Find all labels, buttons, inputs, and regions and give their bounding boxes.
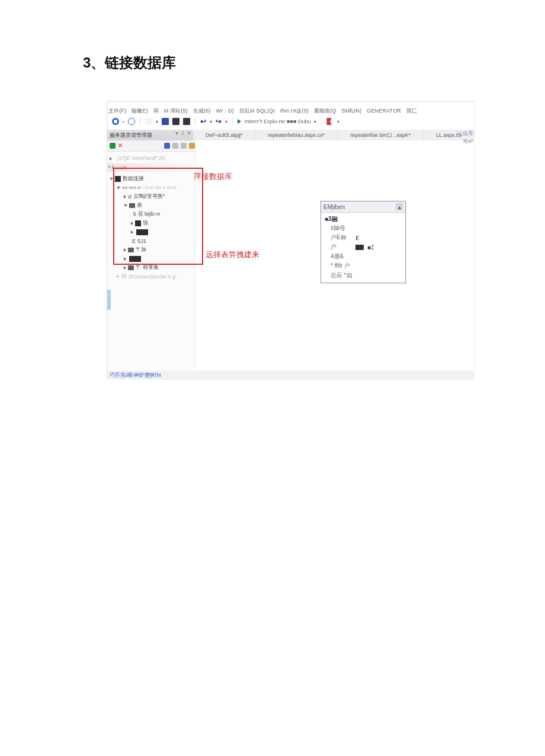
flag-icon[interactable] <box>326 118 334 125</box>
connect-icon[interactable] <box>164 143 170 149</box>
panel-title: EMjiben <box>323 204 345 210</box>
tool-icon-3[interactable] <box>189 143 195 149</box>
tree-diagram-node[interactable]: a 古陶|/苦寻医* <box>110 192 194 201</box>
folder-icon <box>129 203 135 208</box>
tool-icon-1[interactable] <box>172 143 178 149</box>
panel-row[interactable]: s轴母 <box>325 223 402 233</box>
tree-connstring-node[interactable]: ▸ 构 SConnectionStri n g <box>110 272 194 281</box>
menu-file[interactable]: 文件(F) <box>108 108 127 114</box>
doc-tab-1[interactable]: DeF-sultS.atpjj* <box>193 130 255 140</box>
chevron-up-icon[interactable]: ▴ <box>396 203 403 210</box>
ide-screenshot: 文件(F) 输嗽E) 画 M 溥站(5) 生戒(6) WI：D) 目乱M SQL… <box>107 101 475 380</box>
tree-procs-node[interactable]: 〒 程享集 <box>110 263 194 272</box>
run-icon[interactable] <box>238 119 241 124</box>
tree-data-connections[interactable]: 数据连接 <box>110 174 194 183</box>
expand-icon[interactable] <box>124 248 126 252</box>
right-dock-label-2[interactable]: 坯xf* <box>463 138 473 145</box>
menu-wi[interactable]: WI：D) <box>216 108 234 114</box>
menu-sql[interactable]: 目乱M SQL(QI <box>239 108 275 114</box>
panel-dropdown-icon[interactable]: ▾ <box>175 130 178 136</box>
tree-label: 强 <box>143 219 148 227</box>
tool-icon-2[interactable] <box>181 143 187 149</box>
collapse-icon[interactable] <box>110 178 113 180</box>
open-icon[interactable] <box>183 118 190 125</box>
folder-icon <box>128 265 134 270</box>
panel-category: ■3融 <box>325 215 402 223</box>
panel-row[interactable]: 总应 *如 <box>325 271 402 280</box>
tree-connection-item[interactable]: ■■a■■-■^-!2're-rtic n &1nr <box>110 183 194 192</box>
menu-build[interactable]: 生戒(6) <box>193 108 211 114</box>
folder-icon <box>128 248 134 252</box>
expand-icon[interactable] <box>124 195 126 198</box>
panel-row[interactable]: 4册& <box>325 252 402 261</box>
tree-label: （5TjE-harePaintl^JS- <box>114 155 166 162</box>
menu-window[interactable]: 窗能由(Q <box>314 108 336 114</box>
explorer-toolbar: ✕ <box>107 140 195 152</box>
panel-row[interactable]: * ffifr 户 <box>325 261 402 271</box>
run-target-label[interactable]: Intern^t Explo-rer ■■■ Dubu <box>245 118 311 124</box>
table-schema-panel[interactable]: EMjiben ▴ ■3融 s轴母 户E称 E 户 ■1 4册& <box>320 201 406 283</box>
panel-row[interactable]: 户E称 E <box>325 233 402 242</box>
tree-views-node[interactable]: 〒加 <box>110 245 194 254</box>
collapse-icon[interactable] <box>117 187 120 189</box>
annotation-text-1: 萍接数据库 <box>194 171 232 182</box>
nav-back-icon[interactable] <box>112 118 119 125</box>
menu-bar: 文件(F) 输嗽E) 画 M 溥站(5) 生戒(6) WI：D) 目乱M SQL… <box>108 107 473 116</box>
main-toolbar: ▪ ▾ ↩ ▾ ↩ ▾ Intern^t Explo-rer ■■■ Dubu … <box>110 116 473 127</box>
field-label: 户 <box>331 243 352 251</box>
menu-site[interactable]: M 溥站(5) <box>164 108 188 114</box>
refresh-icon[interactable] <box>110 143 116 149</box>
server-explorer-panel: ✕ （5TjE-harePaintl^JS- * b srtR <box>107 140 195 369</box>
doc-tab-3[interactable]: repeaterlise bin口 ..aspK* <box>338 130 424 140</box>
right-dock-label-1[interactable]: LL虫耳 <box>457 130 473 137</box>
doc-tab-2[interactable]: repeaterliebiao.aspx.cs* <box>255 130 338 140</box>
panel-pin-icon[interactable]: ⇩ <box>180 130 185 136</box>
field-label: 总应 *如 <box>331 271 352 280</box>
expand-icon[interactable] <box>131 222 133 225</box>
menu-gen[interactable]: GENERATOR <box>367 108 401 114</box>
status-text: 巧芥芫i艰!神炉楚(时hi <box>110 371 161 379</box>
save-all-icon[interactable] <box>172 118 179 125</box>
tree-tables-node[interactable]: 表 <box>110 201 194 210</box>
field-label: * ffifr 户 <box>331 262 352 270</box>
expand-icon[interactable] <box>131 230 133 234</box>
tree-table-item[interactable]: b 荏 bijib=n <box>110 210 194 219</box>
document-tabstrip: 服务器灵谱管理器 DeF-sultS.atpjj* repeaterliebia… <box>107 130 475 140</box>
menu-help[interactable]: 苗匚 <box>406 108 417 114</box>
tree-table-item[interactable]: E SJ1 <box>110 236 194 245</box>
nav-forward-icon[interactable] <box>128 118 135 125</box>
tree-label: E SJ1 <box>132 238 146 244</box>
explorer-tree: （5TjE-harePaintl^JS- * b srtR 数据连接 ■■a■■… <box>107 152 195 281</box>
tree-label: ■■a■■-■^-!2're-rtic n &1nr <box>122 185 177 190</box>
undo-icon[interactable]: ↩ <box>200 117 206 126</box>
annotation-text-2: 远择表笄拽建来 <box>206 249 259 260</box>
collapse-icon[interactable] <box>124 204 127 207</box>
field-value: ■1 <box>367 244 374 251</box>
tree-table-item[interactable]: 强 <box>110 219 194 228</box>
tree-label: * b <box>108 165 115 171</box>
redo-icon[interactable]: ↩ <box>216 117 222 126</box>
panel-row[interactable]: 户 ■1 <box>325 242 402 252</box>
panel-pin-controls: ▾ ⇩ ✕ <box>175 130 191 136</box>
menu-view[interactable]: 画 <box>153 108 159 114</box>
new-item-icon[interactable] <box>145 118 152 125</box>
tree-blur-node[interactable] <box>110 254 194 263</box>
table-icon <box>135 220 141 226</box>
tree-table-item[interactable] <box>110 228 194 236</box>
tree-root-hint: （5TjE-harePaintl^JS- <box>110 154 194 163</box>
menu-ifim[interactable]: Ifim HI达(5) <box>280 108 309 114</box>
table-icon <box>136 229 148 235</box>
tree-label: ▸ 构 <box>117 273 127 280</box>
panel-close-icon[interactable]: ✕ <box>187 130 191 136</box>
tree-label: 数据连接 <box>123 175 144 182</box>
menu-edit[interactable]: 输嗽E) <box>132 108 148 114</box>
panel-header[interactable]: EMjiben ▴ <box>321 201 405 213</box>
expand-icon[interactable] <box>110 157 112 161</box>
status-bar: 巧芥芫i艰!神炉楚(时hi <box>107 370 475 380</box>
expand-icon[interactable] <box>124 266 126 270</box>
expand-icon[interactable] <box>124 257 126 261</box>
stop-icon[interactable]: ✕ <box>118 143 123 149</box>
collapsed-dock-tab[interactable] <box>107 290 111 310</box>
menu-sm[interactable]: SMftJN) <box>341 108 361 114</box>
save-icon[interactable] <box>162 118 169 125</box>
